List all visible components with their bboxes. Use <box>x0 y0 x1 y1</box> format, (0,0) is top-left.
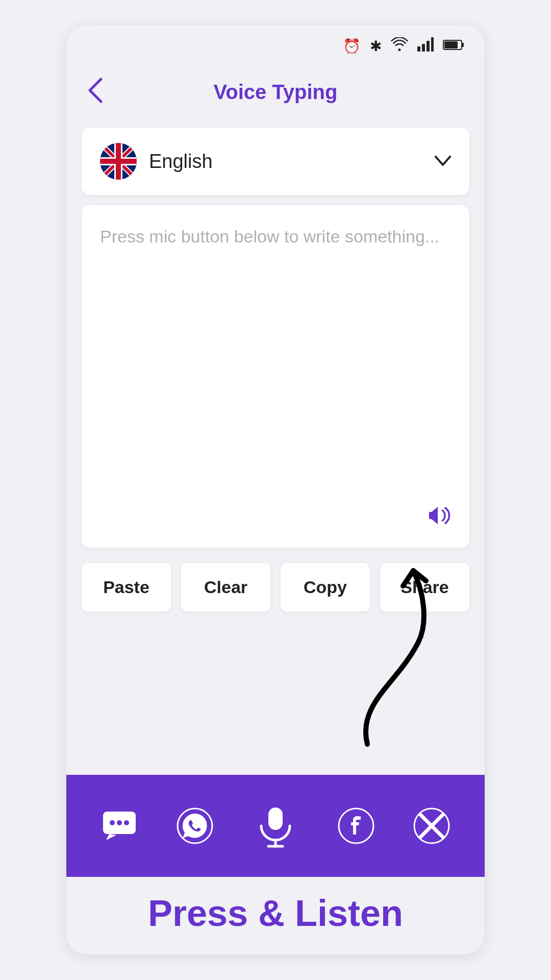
chevron-down-icon <box>435 152 451 171</box>
bluetooth-icon: ✱ <box>370 38 382 55</box>
alarm-icon: ⏰ <box>343 38 361 55</box>
svg-point-18 <box>110 820 115 825</box>
twitter-button[interactable] <box>406 800 457 851</box>
svg-point-19 <box>117 820 122 825</box>
mic-button[interactable] <box>245 795 306 856</box>
whatsapp-button[interactable] <box>169 800 220 851</box>
flag-icon <box>100 143 137 180</box>
svg-point-20 <box>124 820 129 825</box>
action-buttons: Paste Clear Copy Share <box>82 558 469 622</box>
header: Voice Typing <box>66 66 485 117</box>
press-listen-label: Press & Listen <box>66 877 485 954</box>
svg-rect-3 <box>431 37 434 52</box>
clear-button[interactable]: Clear <box>181 563 270 611</box>
language-selector[interactable]: English <box>82 128 469 195</box>
copy-button[interactable]: Copy <box>281 563 370 611</box>
status-bar: ⏰ ✱ <box>66 26 485 66</box>
share-button[interactable]: Share <box>380 563 469 611</box>
page-title: Voice Typing <box>214 81 338 104</box>
battery-icon <box>443 38 464 54</box>
main-content: English Press mic button below to write … <box>66 117 485 775</box>
svg-rect-6 <box>444 41 458 48</box>
annotation-area <box>82 632 469 765</box>
facebook-button[interactable] <box>331 800 382 851</box>
speaker-button[interactable] <box>429 503 455 533</box>
svg-rect-22 <box>268 807 283 830</box>
svg-rect-1 <box>422 44 425 52</box>
back-button[interactable] <box>87 77 103 107</box>
bottom-bar <box>66 775 485 877</box>
svg-rect-0 <box>417 46 420 52</box>
paste-button[interactable]: Paste <box>82 563 171 611</box>
svg-rect-5 <box>462 43 464 47</box>
text-area[interactable]: Press mic button below to write somethin… <box>82 205 469 548</box>
svg-rect-15 <box>100 159 137 164</box>
signal-icon <box>417 37 434 55</box>
text-placeholder: Press mic button below to write somethin… <box>82 205 469 250</box>
svg-rect-2 <box>427 41 430 52</box>
phone-container: ⏰ ✱ <box>66 26 485 954</box>
language-label: English <box>149 151 422 173</box>
wifi-icon <box>391 37 408 55</box>
chat-button[interactable] <box>94 800 145 851</box>
